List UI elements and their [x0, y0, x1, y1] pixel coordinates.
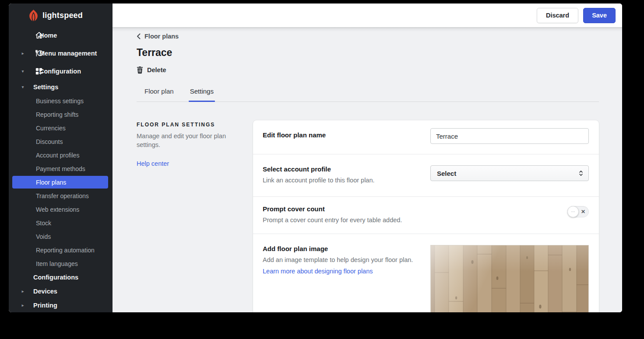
- sidebar-item-payment-methods[interactable]: Payment methods: [9, 162, 113, 175]
- sidebar-item-label: Account profiles: [36, 152, 80, 159]
- toggle-knob[interactable]: [567, 206, 579, 217]
- sidebar-item-label: Menu management: [39, 50, 97, 57]
- sidebar-item-label: Configurations: [33, 274, 78, 281]
- sidebar-item-configuration[interactable]: ▾ Configuration: [9, 62, 113, 80]
- main-area: Discard Save Floor plans Terrace Delete: [113, 3, 622, 312]
- sidebar-item-label: Reporting automation: [36, 247, 95, 254]
- lightspeed-flame-icon: [28, 10, 39, 21]
- chevron-right-icon[interactable]: ▸: [20, 303, 26, 308]
- sidebar-item-home[interactable]: Home: [9, 26, 113, 44]
- settings-area: FLOOR PLAN SETTINGS Manage and edit your…: [137, 120, 599, 312]
- sidebar-item-voids[interactable]: Voids: [9, 230, 113, 243]
- sidebar-item-reporting-automation[interactable]: Reporting automation: [9, 243, 113, 257]
- sidebar-item-transfer-operations[interactable]: Transfer operations: [9, 189, 113, 203]
- save-button[interactable]: Save: [583, 8, 616, 23]
- sidebar-item-label: Settings: [33, 84, 58, 91]
- sidebar: lightspeed Home ▸ Menu management ▾ Conf…: [9, 3, 113, 312]
- cover-count-row: Prompt cover count Prompt a cover count …: [253, 197, 599, 234]
- sidebar-item-label: Discounts: [36, 138, 63, 145]
- sidebar-item-label: Item languages: [36, 260, 78, 267]
- sidebar-item-devices[interactable]: ▸ Devices: [9, 284, 113, 298]
- image-light-wash: [431, 245, 588, 312]
- app-window: lightspeed Home ▸ Menu management ▾ Conf…: [9, 3, 622, 312]
- discard-button[interactable]: Discard: [537, 8, 578, 23]
- learn-more-link[interactable]: Learn more about designing floor plans: [263, 268, 373, 275]
- sidebar-item-label: Web extensions: [36, 206, 79, 213]
- section-heading: FLOOR PLAN SETTINGS: [137, 122, 240, 128]
- sidebar-item-label: Printing: [33, 302, 57, 309]
- sidebar-item-discounts[interactable]: Discounts: [9, 135, 113, 148]
- account-profile-select[interactable]: Select: [430, 165, 589, 181]
- home-icon: [35, 31, 43, 40]
- sidebar-item-web-extensions[interactable]: Web extensions: [9, 203, 113, 216]
- sidebar-item-label: Reporting shifts: [36, 111, 78, 118]
- tab-settings[interactable]: Settings: [190, 87, 214, 101]
- select-chevrons-icon: [578, 170, 584, 177]
- configuration-icon: [35, 67, 43, 76]
- floor-plan-name-row: Edit floor plan name: [253, 120, 599, 154]
- sidebar-item-label: Business settings: [36, 98, 84, 105]
- sidebar-item-label: Devices: [33, 288, 57, 295]
- menu-management-icon: [35, 49, 43, 58]
- field-label: Add floor plan image: [263, 245, 420, 252]
- lightspeed-logo[interactable]: lightspeed: [9, 3, 113, 26]
- sidebar-item-label: Transfer operations: [36, 192, 89, 199]
- logo-wordmark: lightspeed: [42, 11, 83, 20]
- section-intro: FLOOR PLAN SETTINGS Manage and edit your…: [137, 120, 253, 168]
- breadcrumb-label: Floor plans: [144, 33, 179, 40]
- settings-card: Edit floor plan name Select account prof…: [253, 120, 599, 312]
- sidebar-item-label: Floor plans: [36, 179, 66, 186]
- field-label: Edit floor plan name: [263, 131, 420, 139]
- field-label: Select account profile: [263, 165, 420, 173]
- chevron-down-icon[interactable]: ▾: [20, 85, 26, 89]
- account-profile-row: Select account profile Link an account p…: [253, 154, 599, 197]
- sidebar-item-printing[interactable]: ▸ Printing: [9, 298, 113, 312]
- delete-label: Delete: [147, 66, 166, 73]
- sidebar-item-item-languages[interactable]: Item languages: [9, 257, 113, 270]
- chevron-down-icon[interactable]: ▾: [20, 69, 26, 73]
- back-chevron-icon: [137, 33, 141, 39]
- floor-plan-image[interactable]: [430, 245, 589, 312]
- floor-plan-image-row: Add floor plan image Add an image templa…: [253, 234, 599, 312]
- sidebar-item-label: Voids: [36, 233, 51, 240]
- page-title: Terrace: [137, 47, 599, 59]
- toggle-off-icon: ✕: [581, 209, 585, 214]
- page-content: Floor plans Terrace Delete Floor plan Se…: [113, 27, 622, 312]
- select-value: Select: [437, 170, 456, 177]
- delete-button[interactable]: Delete: [137, 66, 166, 74]
- field-description: Add an image template to help design you…: [263, 256, 420, 263]
- sidebar-item-account-profiles[interactable]: Account profiles: [9, 148, 113, 162]
- sidebar-item-label: Currencies: [36, 125, 66, 132]
- field-description: Link an account profile to this floor pl…: [263, 177, 420, 184]
- trash-icon: [137, 66, 143, 74]
- sidebar-item-settings[interactable]: ▾ Settings: [9, 80, 113, 94]
- chevron-right-icon[interactable]: ▸: [20, 289, 26, 294]
- field-label: Prompt cover count: [263, 205, 420, 213]
- sidebar-item-label: Configuration: [39, 68, 81, 75]
- sidebar-item-stock[interactable]: Stock: [9, 216, 113, 230]
- cover-count-toggle[interactable]: ✕: [567, 206, 589, 217]
- sidebar-item-menu-management[interactable]: ▸ Menu management: [9, 44, 113, 62]
- sidebar-item-floor-plans[interactable]: Floor plans: [12, 176, 108, 189]
- sidebar-item-configurations[interactable]: Configurations: [9, 270, 113, 284]
- tab-floor-plan[interactable]: Floor plan: [144, 87, 174, 101]
- field-description: Prompt a cover count entry for every tab…: [263, 217, 420, 224]
- help-center-link[interactable]: Help center: [137, 160, 169, 167]
- section-description: Manage and edit your floor plan settings…: [137, 132, 240, 149]
- sidebar-item-label: Payment methods: [36, 165, 85, 172]
- top-action-bar: Discard Save: [113, 3, 622, 27]
- breadcrumb[interactable]: Floor plans: [137, 33, 179, 40]
- chevron-right-icon[interactable]: ▸: [20, 51, 26, 56]
- tab-bar: Floor plan Settings: [137, 87, 599, 102]
- sidebar-item-currencies[interactable]: Currencies: [9, 121, 113, 135]
- floor-plan-name-input[interactable]: [430, 128, 589, 144]
- sidebar-item-label: Stock: [36, 220, 51, 227]
- sidebar-item-reporting-shifts[interactable]: Reporting shifts: [9, 108, 113, 121]
- sidebar-item-business-settings[interactable]: Business settings: [9, 94, 113, 108]
